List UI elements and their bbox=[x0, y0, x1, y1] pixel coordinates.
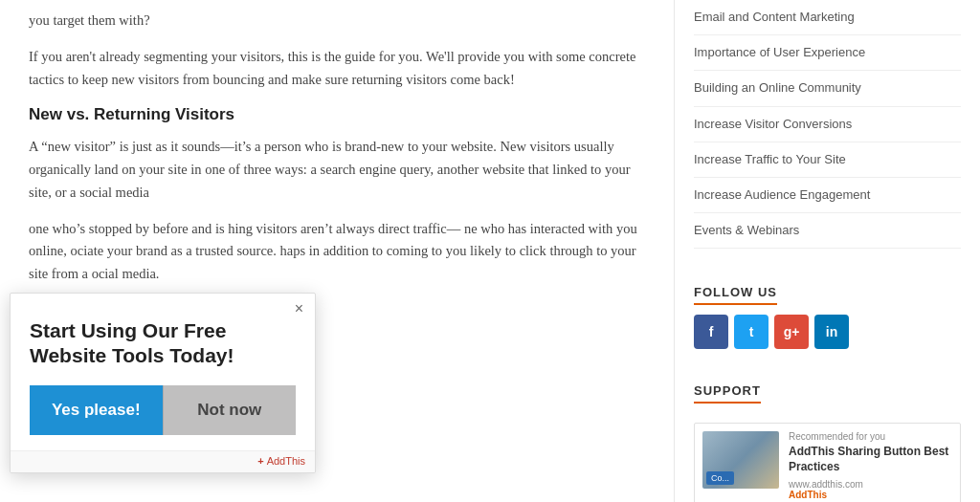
sidebar-nav-item: Increase Audience Engagement bbox=[694, 178, 961, 213]
linkedin-icon[interactable]: in bbox=[814, 315, 849, 349]
article-heading: New vs. Returning Visitors bbox=[29, 105, 645, 124]
popup-header: × bbox=[11, 294, 315, 318]
article-paragraph2: A “new visitor” is just as it sounds—it’… bbox=[29, 136, 645, 205]
article-paragraph3: one who’s stopped by before and is hing … bbox=[29, 218, 645, 287]
sidebar-nav-list: Email and Content MarketingImportance of… bbox=[694, 0, 961, 249]
recommended-box: Co... Recommended for you AddThis Sharin… bbox=[694, 423, 961, 502]
article-intro: you target them with? bbox=[29, 10, 645, 33]
sidebar-nav-link[interactable]: Events & Webinars bbox=[694, 213, 961, 248]
recommended-url: www.addthis.com bbox=[789, 479, 952, 490]
co-button[interactable]: Co... bbox=[706, 471, 734, 485]
support-section: SUPPORT Co... Recommended for you AddThi… bbox=[694, 368, 961, 502]
sidebar-nav-link[interactable]: Increase Audience Engagement bbox=[694, 178, 961, 212]
support-heading: SUPPORT bbox=[694, 383, 761, 404]
popup-footer: + AddThis bbox=[11, 450, 315, 472]
sidebar-nav-item: Email and Content Marketing bbox=[694, 0, 961, 35]
recommended-label: Recommended for you bbox=[789, 431, 952, 442]
addthis-logo: + AddThis bbox=[257, 455, 305, 467]
sidebar-nav-item: Building an Online Community bbox=[694, 71, 961, 106]
sidebar-nav-link[interactable]: Increase Traffic to Your Site bbox=[694, 142, 961, 177]
sidebar-nav-item: Events & Webinars bbox=[694, 213, 961, 249]
popup-title: Start Using Our Free Website Tools Today… bbox=[30, 318, 296, 369]
recommended-title: AddThis Sharing Button Best Practices bbox=[789, 445, 952, 474]
popup-modal: × Start Using Our Free Website Tools Tod… bbox=[10, 293, 316, 474]
sidebar-nav-link[interactable]: Increase Visitor Conversions bbox=[694, 107, 961, 142]
facebook-icon[interactable]: f bbox=[694, 315, 728, 349]
article-paragraph1: If you aren't already segmenting your vi… bbox=[29, 46, 645, 92]
sidebar-nav-link[interactable]: Importance of User Experience bbox=[694, 35, 961, 70]
sidebar-nav-link[interactable]: Email and Content Marketing bbox=[694, 0, 961, 34]
social-icons-container: f t g+ in bbox=[694, 315, 961, 349]
popup-close-button[interactable]: × bbox=[291, 299, 307, 318]
sidebar-navigation: Email and Content MarketingImportance of… bbox=[694, 0, 961, 249]
sidebar-nav-link[interactable]: Building an Online Community bbox=[694, 71, 961, 105]
popup-buttons: Yes please! Not now bbox=[30, 385, 296, 435]
not-now-button[interactable]: Not now bbox=[163, 385, 297, 435]
twitter-icon[interactable]: t bbox=[734, 315, 768, 349]
sidebar-nav-item: Increase Visitor Conversions bbox=[694, 107, 961, 142]
googleplus-icon[interactable]: g+ bbox=[774, 315, 809, 349]
sidebar-nav-item: Importance of User Experience bbox=[694, 35, 961, 71]
follow-us-heading: FOLLOW US bbox=[694, 285, 777, 305]
yes-please-button[interactable]: Yes please! bbox=[30, 385, 163, 435]
popup-body: Start Using Our Free Website Tools Today… bbox=[11, 318, 315, 451]
recommended-image: Co... bbox=[702, 431, 779, 489]
addthis-rec-logo: AddThis bbox=[789, 490, 952, 500]
sidebar-nav-item: Increase Traffic to Your Site bbox=[694, 142, 961, 178]
sidebar: Email and Content MarketingImportance of… bbox=[674, 0, 980, 502]
